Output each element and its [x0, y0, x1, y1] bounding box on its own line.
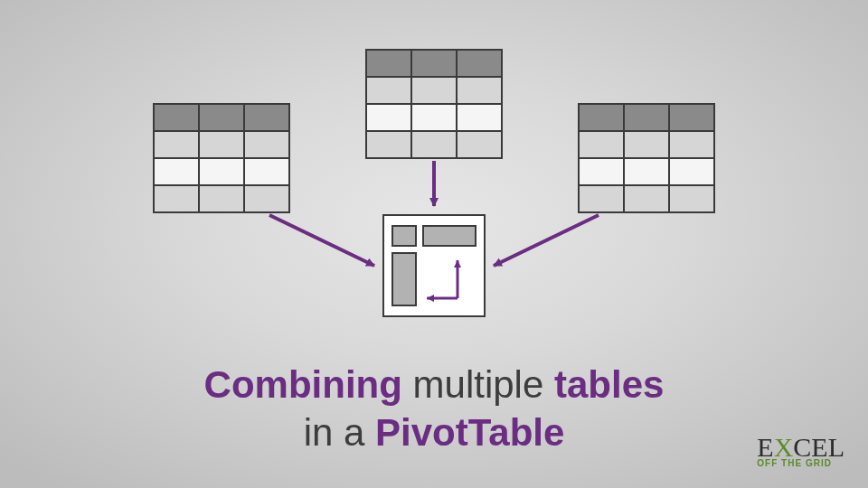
caption-word-2: multiple: [413, 363, 544, 406]
pivot-table-icon: [383, 215, 485, 316]
brand-logo: EXCEL OFF THE GRID: [757, 437, 844, 466]
svg-rect-23: [579, 185, 714, 212]
caption-word-5: PivotTable: [375, 411, 564, 454]
svg-line-38: [494, 215, 599, 266]
slide: Combining multiple tables in a PivotTabl…: [0, 0, 868, 488]
caption-word-1: Combining: [204, 363, 402, 406]
svg-rect-10: [366, 50, 502, 77]
svg-rect-11: [366, 77, 502, 104]
logo-wordmark: EXCEL: [757, 437, 844, 456]
svg-rect-0: [154, 104, 289, 131]
svg-rect-31: [392, 226, 416, 246]
svg-rect-20: [579, 104, 714, 131]
svg-rect-2: [154, 158, 289, 185]
caption-word-4: in a: [304, 411, 365, 454]
diagram-svg: [0, 0, 868, 361]
svg-rect-22: [579, 158, 714, 185]
svg-rect-1: [154, 131, 289, 158]
svg-rect-21: [579, 131, 714, 158]
source-table-right: [579, 104, 714, 212]
source-table-center: [366, 50, 502, 158]
svg-rect-3: [154, 185, 289, 212]
svg-rect-33: [392, 253, 416, 305]
svg-rect-12: [366, 104, 502, 131]
logo-tagline: OFF THE GRID: [757, 460, 844, 466]
slide-caption: Combining multiple tables in a PivotTabl…: [0, 361, 868, 456]
svg-rect-32: [423, 226, 476, 246]
source-table-left: [154, 104, 289, 212]
svg-line-36: [269, 215, 374, 266]
svg-rect-13: [366, 131, 502, 158]
caption-word-3: tables: [554, 363, 664, 406]
